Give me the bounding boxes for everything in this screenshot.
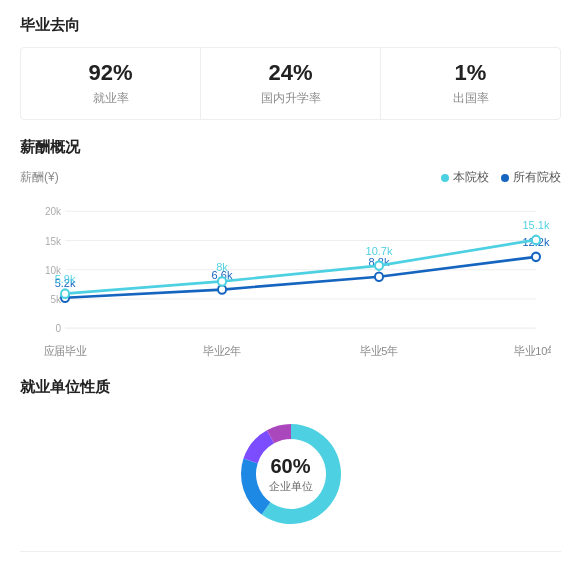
grad-stats-container: 92% 就业率24% 国内升学率1% 出国率 — [20, 47, 561, 120]
grad-stat-value: 24% — [201, 60, 380, 86]
salary-svg: 05k10k15k20k应届毕业毕业2年毕业5年毕业10年5.2k6.6k8.8… — [30, 190, 551, 360]
donut-container: 60% 企业单位 — [20, 409, 561, 539]
grad-stat-label: 出国率 — [381, 90, 560, 107]
svg-text:10.7k: 10.7k — [366, 245, 393, 257]
legend-dot — [441, 174, 449, 182]
salary-chart: 05k10k15k20k应届毕业毕业2年毕业5年毕业10年5.2k6.6k8.8… — [20, 190, 561, 360]
svg-point-24 — [533, 254, 539, 260]
donut-center: 60% 企业单位 — [269, 455, 313, 494]
svg-text:毕业2年: 毕业2年 — [203, 344, 241, 356]
grad-direction-section: 毕业去向 92% 就业率24% 国内升学率1% 出国率 — [20, 16, 561, 120]
salary-header: 薪酬(¥) 本院校 所有院校 — [20, 169, 561, 186]
svg-text:应届毕业: 应届毕业 — [44, 344, 87, 356]
employment-section: 就业单位性质 60% 企业单位 企业单位 医疗卫... 党政机关 其他 — [20, 378, 561, 562]
svg-text:8k: 8k — [216, 260, 228, 272]
grad-stat-label: 就业率 — [21, 90, 200, 107]
svg-text:20k: 20k — [45, 206, 62, 217]
svg-text:毕业10年: 毕业10年 — [514, 344, 551, 356]
salary-y-label: 薪酬(¥) — [20, 169, 59, 186]
employment-title: 就业单位性质 — [20, 378, 561, 397]
salary-section: 薪酬概况 薪酬(¥) 本院校 所有院校 05k10k15k20k应届毕业毕业2年… — [20, 138, 561, 360]
grad-stat-item: 92% 就业率 — [21, 48, 201, 119]
svg-text:毕业5年: 毕业5年 — [360, 344, 398, 356]
grad-direction-title: 毕业去向 — [20, 16, 561, 35]
svg-point-33 — [376, 262, 382, 268]
salary-legend: 本院校 所有院校 — [441, 169, 561, 186]
donut-pct: 60% — [269, 455, 313, 478]
svg-point-30 — [219, 278, 225, 284]
donut-label: 企业单位 — [269, 480, 313, 492]
svg-point-18 — [219, 286, 225, 292]
legend-item: 本院校 — [441, 169, 489, 186]
svg-text:5k: 5k — [50, 294, 61, 305]
svg-text:15k: 15k — [45, 235, 62, 246]
grad-stat-value: 1% — [381, 60, 560, 86]
salary-title: 薪酬概况 — [20, 138, 561, 157]
legend-label: 本院校 — [453, 169, 489, 186]
grad-stat-item: 1% 出国率 — [381, 48, 560, 119]
svg-text:15.1k: 15.1k — [523, 219, 550, 231]
legend-label: 所有院校 — [513, 169, 561, 186]
legend-item: 所有院校 — [501, 169, 561, 186]
grad-stat-item: 24% 国内升学率 — [201, 48, 381, 119]
grad-stat-value: 92% — [21, 60, 200, 86]
svg-point-21 — [376, 274, 382, 280]
svg-text:5.9k: 5.9k — [55, 273, 76, 285]
emp-legend: 企业单位 医疗卫... 党政机关 其他 — [20, 551, 561, 562]
donut-wrapper: 60% 企业单位 — [226, 409, 356, 539]
svg-point-36 — [533, 237, 539, 243]
svg-point-27 — [62, 290, 68, 296]
legend-dot — [501, 174, 509, 182]
svg-text:0: 0 — [55, 323, 61, 334]
grad-stat-label: 国内升学率 — [201, 90, 380, 107]
